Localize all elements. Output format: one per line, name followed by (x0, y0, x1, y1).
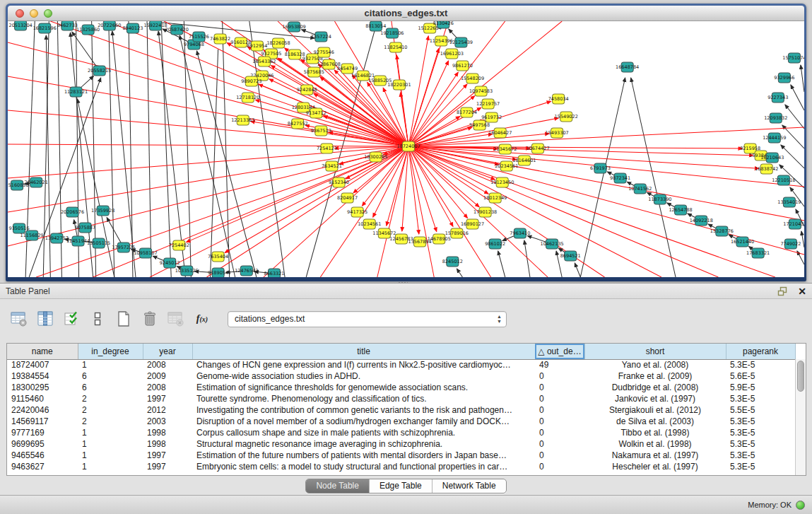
table-cell[interactable]: 2 (78, 404, 143, 416)
table-scrollbar-thumb[interactable] (797, 361, 804, 392)
table-cell[interactable]: 0 (535, 393, 584, 404)
table-cell[interactable]: 5.6E-5 (726, 370, 795, 382)
graph-node-teal[interactable]: 11325860 (76, 25, 100, 35)
graph-node-teal[interactable]: 9189054 (208, 268, 228, 277)
graph-node-yellow[interactable]: 10974583 (469, 86, 493, 96)
graph-node-yellow[interactable]: 18220301 (387, 80, 411, 90)
table-cell[interactable]: Investigating the contribution of common… (192, 404, 535, 416)
graph-node-yellow[interactable]: 7634521 (322, 161, 342, 171)
close-panel-icon[interactable]: ✕ (798, 286, 806, 296)
table-cell[interactable]: 6 (78, 370, 143, 382)
table-cell[interactable]: 5.9E-5 (726, 382, 795, 393)
graph-node-yellow[interactable]: 9242848 (297, 85, 317, 95)
graph-node-teal[interactable]: 16821596 (33, 23, 57, 33)
graph-node-teal[interactable]: 13354019 (777, 197, 801, 207)
graph-node-yellow[interactable]: 8912954 (247, 41, 267, 51)
table-cell[interactable]: 5.3E-5 (726, 416, 795, 427)
network-window-titlebar[interactable]: citations_edges.txt (8, 6, 804, 21)
graph-node-yellow[interactable]: 12219757 (476, 99, 500, 109)
table-cell[interactable]: 1997 (143, 461, 192, 472)
graph-node-yellow[interactable]: 15493307 (546, 128, 569, 138)
table-mode-icon[interactable] (10, 310, 28, 328)
table-cell[interactable]: Structural magnetic resonance image aver… (192, 438, 535, 450)
table-cell[interactable]: Corpus callosum shape and size in male p… (192, 427, 535, 438)
table-cell[interactable]: 1998 (143, 427, 192, 438)
graph-node-teal[interactable]: 9329966 (774, 73, 794, 83)
table-cell[interactable]: Genome-wide association studies in ADHD. (192, 370, 535, 382)
minimize-window-button[interactable] (30, 9, 38, 18)
table-cell[interactable]: 5.3E-5 (726, 359, 795, 370)
graph-node-yellow[interactable]: 19123450 (490, 177, 514, 187)
graph-node-teal[interactable]: 8813054 (365, 21, 386, 31)
graph-node-yellow[interactable]: 9417325 (347, 207, 367, 217)
table-cell[interactable]: Nakamura et al. (1997) (584, 450, 726, 461)
graph-node-teal[interactable]: 20206576 (61, 207, 84, 217)
graph-node-yellow[interactable]: 8427552 (288, 119, 308, 129)
graph-node-yellow[interactable]: 18226058 (266, 38, 290, 48)
graph-node-yellow[interactable]: 11825410 (384, 42, 407, 52)
graph-node-teal[interactable]: 16521440 (731, 237, 754, 247)
table-cell[interactable]: Dudbridge et al. (2008) (584, 382, 726, 393)
graph-node-teal[interactable]: 15751074 (782, 53, 804, 63)
zoom-window-button[interactable] (44, 9, 52, 18)
table-cell[interactable]: 2 (78, 393, 143, 404)
table-cell[interactable]: Embryonic stem cells: a model to study s… (192, 461, 535, 472)
table-cell[interactable]: Changes of HCN gene expression and I(f) … (192, 359, 535, 370)
table-cell[interactable]: 2009 (143, 370, 192, 382)
table-cell[interactable]: de Silva et al. (2003) (584, 416, 726, 427)
column-header-name[interactable]: name (7, 344, 78, 359)
table-cell[interactable]: 0 (535, 438, 584, 450)
table-cell[interactable]: 5.5E-5 (726, 404, 795, 416)
graph-node-teal[interactable]: 7749022 (780, 239, 801, 249)
graph-node-yellow[interactable]: 16838742 (755, 164, 778, 174)
table-row[interactable]: 946362711997Embryonic stem cells: a mode… (7, 461, 795, 472)
select-columns-icon[interactable] (62, 310, 81, 328)
column-header-pagerank[interactable]: pagerank (726, 344, 795, 359)
table-cell[interactable]: Estimation of significance thresholds fo… (192, 382, 535, 393)
table-row[interactable]: 1456911722003Disruption of a novel membe… (7, 416, 795, 427)
table-cell[interactable]: Wolkin et al. (1998) (584, 438, 726, 450)
table-cell[interactable]: Franke et al. (2009) (584, 370, 726, 382)
graph-node-yellow[interactable]: 8177204 (457, 107, 477, 117)
graph-node-teal[interactable]: 12476543 (235, 266, 258, 276)
column-header-year[interactable]: year (143, 344, 192, 359)
graph-node-yellow[interactable]: 8454749 (337, 64, 358, 74)
table-cell[interactable]: 2008 (143, 382, 192, 393)
graph-node-teal[interactable]: 11873390 (648, 194, 671, 204)
table-cell[interactable]: 19384554 (7, 370, 78, 382)
float-panel-icon[interactable] (777, 286, 788, 296)
table-cell[interactable]: 9463627 (7, 461, 78, 472)
graph-node-yellow[interactable]: 12718120 (236, 93, 259, 103)
table-row[interactable]: 2242004622012Investigating the contribut… (7, 404, 795, 416)
table-cell[interactable]: 0 (535, 450, 584, 461)
function-builder-icon[interactable]: f(x) (193, 310, 211, 328)
graph-node-teal[interactable]: 11156829 (20, 230, 44, 240)
graph-node-yellow[interactable]: 10674427 (526, 144, 549, 153)
table-cell[interactable]: 5.3E-5 (726, 450, 795, 461)
graph-node-teal[interactable]: 9462733 (57, 21, 78, 30)
table-cell[interactable]: 5.3E-5 (726, 393, 795, 404)
graph-node-teal[interactable]: 9861022 (485, 239, 505, 249)
column-header-out_de[interactable]: △ out_de… (535, 344, 584, 359)
graph-node-teal[interactable]: 8663321 (264, 269, 284, 277)
graph-node-teal[interactable]: 9227343 (767, 93, 788, 103)
column-header-in_degree[interactable]: in_degree (78, 344, 143, 359)
table-cell[interactable]: 1 (78, 461, 143, 472)
close-window-button[interactable] (16, 9, 24, 18)
graph-node-yellow[interactable]: 7458034 (548, 94, 569, 104)
table-cell[interactable]: 5.3E-5 (726, 438, 795, 450)
graph-node-teal[interactable]: 16210643 (760, 153, 784, 163)
table-cell[interactable]: 9115460 (7, 393, 78, 404)
table-cell[interactable]: 2008 (143, 359, 192, 370)
row-options-icon[interactable] (88, 310, 107, 328)
table-cell[interactable]: 1998 (143, 438, 192, 450)
graph-node-yellow[interactable]: 17901238 (473, 207, 497, 217)
graph-node-teal[interactable]: 13942757 (45, 233, 69, 243)
table-cell[interactable]: 1997 (143, 393, 192, 404)
graph-node-yellow[interactable]: 16046427 (488, 128, 512, 138)
graph-node-teal[interactable]: 20558215 (88, 66, 111, 76)
tab-network-table[interactable]: Network Table (432, 479, 506, 493)
table-cell[interactable]: 18724007 (7, 359, 78, 370)
table-cell[interactable]: Disruption of a novel member of a sodium… (192, 416, 535, 427)
graph-node-yellow[interactable]: 9861270 (452, 61, 473, 71)
